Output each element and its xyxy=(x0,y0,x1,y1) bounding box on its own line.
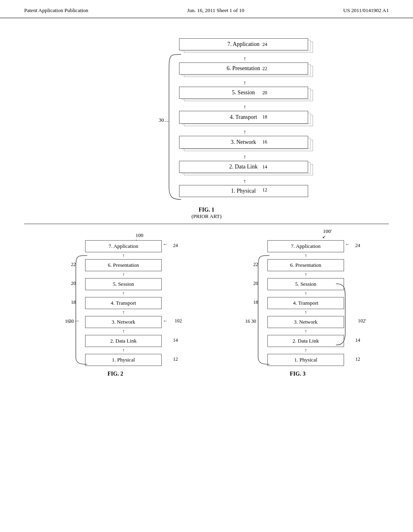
fig1-layer-transport: 4. Transport xyxy=(179,111,308,124)
fig3-arrow-2-3: ↑ xyxy=(267,328,344,335)
fig3-arrow-right-app: ← xyxy=(345,241,350,247)
fig3-annot-14: 14 xyxy=(355,337,360,343)
fig1-diagram: 10 ↙ 30 — 7. Application 24 ↑ 6. P xyxy=(167,38,246,201)
fig1-arrow-1-2: ↑ xyxy=(244,179,246,184)
fig2-layer-application: 7. Application xyxy=(85,240,162,252)
fig2-annot-24: 24 xyxy=(173,243,178,249)
fig2-arrow-right-application: ← xyxy=(163,241,168,247)
bottom-figures: 100 ↙ 7. Application 24 ← ↑ 6. Presentat… xyxy=(24,228,389,381)
fig2-layer-network: 3. Network xyxy=(85,316,162,328)
main-content: 10 ↙ 30 — 7. Application 24 ↑ 6. P xyxy=(0,18,413,389)
fig2-arrow-into-network: ← xyxy=(163,318,168,324)
fig1-label-18: 18 xyxy=(263,114,267,120)
fig3-arrow-4-5: ↑ xyxy=(267,291,344,297)
fig3-annot-12: 12 xyxy=(355,356,360,362)
page-header: Patent Application Publication Jun. 16, … xyxy=(0,0,413,18)
fig3-arrow-1-2: ↑ xyxy=(267,347,344,353)
fig1-caption: FIG. 1 (PRIOR ART) xyxy=(24,207,389,220)
fig2-arrow-6-7: ↑ xyxy=(85,253,162,259)
fig1-brace-svg xyxy=(163,50,187,204)
fig1-title: FIG. 1 xyxy=(24,207,389,213)
fig2-layer-session: 5. Session xyxy=(85,278,162,290)
fig1-label-22: 22 xyxy=(263,66,267,72)
fig2-annot-12: 12 xyxy=(173,356,178,362)
fig3-arrow-3-4: ↑ xyxy=(267,310,344,316)
section-divider xyxy=(24,224,389,224)
header-right: US 2011/0141902 A1 xyxy=(343,7,389,14)
fig3-annot-102prime: 102′ xyxy=(358,318,366,324)
fig1-label-16: 16 xyxy=(263,139,267,145)
fig2-annot-102: 102 xyxy=(175,318,182,324)
fig1-container: 10 ↙ 30 — 7. Application 24 ↑ 6. P xyxy=(24,26,389,205)
fig2-layer-physical: 1. Physical xyxy=(85,354,162,366)
fig2-layer-presentation: 6. Presentation xyxy=(85,259,162,271)
fig1-layer-session: 5. Session xyxy=(179,87,308,99)
fig2-title: FIG. 2 xyxy=(69,371,162,377)
fig2-arrow-4-5: ↑ xyxy=(85,291,162,297)
fig1-label-14: 14 xyxy=(263,164,267,170)
fig3-layer-session: 5. Session xyxy=(267,278,344,290)
fig1-label-12: 12 xyxy=(263,187,267,193)
fig3-right-brace-svg xyxy=(334,281,346,353)
fig1-arrow-4-5: ↑ xyxy=(244,104,246,110)
fig1-layer-application: 7. Application xyxy=(179,38,308,50)
fig3-block: 100′ ↙ 7. Application 24 ← ↑ 6. Presenta… xyxy=(251,240,344,377)
fig3-brace-svg xyxy=(253,252,273,365)
fig1-arrow-2-3: ↑ xyxy=(244,154,246,160)
fig2-arrow-3-4: ↑ xyxy=(85,310,162,316)
fig2-brace-svg xyxy=(71,252,91,365)
fig2-arrow-1-2: ↑ xyxy=(85,347,162,353)
fig3-layer-presentation: 6. Presentation xyxy=(267,259,344,271)
fig2-annot-14: 14 xyxy=(173,337,178,343)
fig2-caption: FIG. 2 xyxy=(69,371,162,377)
fig1-arrow-5-6: ↑ xyxy=(244,80,246,86)
fig2-annot-16: 16 xyxy=(65,318,70,324)
fig2-label-100: 100 xyxy=(136,232,144,239)
fig1-layer-datalink: 2. Data Link xyxy=(179,161,308,173)
fig1-layer-network: 3. Network xyxy=(179,136,308,149)
fig2-layer-transport: 4. Transport xyxy=(85,297,162,309)
fig3-label-100prime: 100′ xyxy=(323,228,332,235)
fig1-layer-physical: 1. Physical xyxy=(179,185,308,197)
fig3-layer-network: 3. Network xyxy=(267,316,344,328)
fig3-arrow-5-6: ↑ xyxy=(267,272,344,278)
fig1-arrow-3-4: ↑ xyxy=(244,129,246,135)
fig3-arrow-100prime: ↙ xyxy=(322,234,326,239)
fig3-annot-16: 16 xyxy=(245,318,250,324)
fig3-annot-24: 24 xyxy=(355,243,360,249)
fig2-arrow-5-6: ↑ xyxy=(85,272,162,278)
fig3-arrow-6-7: ↑ xyxy=(267,253,344,259)
fig2-arrow-2-3: ↑ xyxy=(85,328,162,335)
fig2-layer-datalink: 2. Data Link xyxy=(85,335,162,347)
fig3-layer-transport: 4. Transport xyxy=(267,297,344,309)
fig1-arrow-6-7: ↑ xyxy=(244,56,246,62)
fig3-caption: FIG. 3 xyxy=(251,371,344,377)
fig2-block: 100 ↙ 7. Application 24 ← ↑ 6. Presentat… xyxy=(69,240,162,377)
fig3-title: FIG. 3 xyxy=(251,371,344,377)
fig1-label-20: 20 xyxy=(263,90,267,96)
fig1-label-24: 24 xyxy=(263,42,267,48)
fig3-layer-physical: 1. Physical xyxy=(267,354,344,366)
fig3-layer-application: 7. Application xyxy=(267,240,344,252)
fig1-subtitle: (PRIOR ART) xyxy=(24,213,389,220)
fig3-layer-datalink: 2. Data Link xyxy=(267,335,344,347)
fig1-layer-presentation: 6. Presentation xyxy=(179,62,308,75)
header-left: Patent Application Publication xyxy=(24,7,88,14)
header-center: Jun. 16, 2011 Sheet 1 of 10 xyxy=(187,7,244,14)
